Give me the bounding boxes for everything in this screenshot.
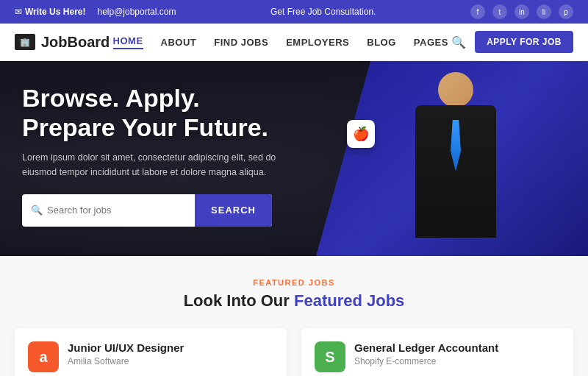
instagram-icon[interactable]: in (514, 4, 529, 19)
hero-content: Browse. Apply. Prepare Your Future. Lore… (22, 83, 279, 227)
featured-label: FEATURED JOBS (15, 278, 573, 287)
nav-employers[interactable]: EMPLOYERS (286, 37, 349, 48)
top-bar: ✉ Write Us Here! help@jobportal.com Get … (0, 0, 588, 24)
nav-right: 🔍 APPLY FOR JOB (451, 31, 573, 53)
featured-section: FEATURED JOBS Look Into Our Featured Job… (0, 256, 588, 376)
pinterest-icon[interactable]: p (559, 4, 573, 19)
navbar: 🏢 JobBoard HOME ABOUT FIND JOBS EMPLOYER… (0, 24, 588, 61)
float-apple-icon: 🍎 (347, 120, 375, 148)
company-logo-1: a (28, 341, 59, 372)
hero-person (397, 68, 514, 256)
search-magnifier-icon: 🔍 (31, 205, 43, 216)
company-name-2: Shopify E-commerce (354, 356, 560, 366)
person-body (415, 105, 496, 238)
logo[interactable]: 🏢 JobBoard (15, 34, 110, 51)
nav-pages[interactable]: PAGES (414, 37, 448, 48)
email-label: help@jobportal.com (97, 7, 176, 17)
job-card-1: a Junior UI/UX Designer Amilia Software … (15, 328, 287, 376)
nav-about[interactable]: ABOUT (161, 37, 197, 48)
hero-section: 🍎 💼 ⚙️ Browse. Apply. Prepare Your Futur… (0, 61, 588, 256)
nav-home[interactable]: HOME (113, 35, 143, 49)
top-bar-socials: f t in li p (470, 4, 573, 19)
write-us-label: ✉ Write Us Here! (15, 7, 85, 17)
job-card-header-2: S General Ledger Accountant Shopify E-co… (315, 341, 560, 372)
company-logo-2: S (315, 341, 345, 372)
nav-search-button[interactable]: 🔍 (451, 35, 466, 49)
apply-job-button[interactable]: APPLY FOR JOB (475, 31, 573, 53)
search-input[interactable] (47, 205, 186, 216)
job-title-2: General Ledger Accountant (354, 341, 560, 354)
person-head (438, 72, 473, 107)
linkedin-icon[interactable]: li (537, 4, 551, 19)
search-input-wrapper: 🔍 (22, 194, 195, 227)
featured-title: Look Into Our Featured Jobs (15, 291, 573, 311)
logo-text: JobBoard (41, 34, 110, 51)
nav-find-jobs[interactable]: FIND JOBS (214, 37, 268, 48)
hero-description: Lorem ipsum dolor sit amet, consectetur … (22, 151, 279, 180)
featured-header: FEATURED JOBS Look Into Our Featured Job… (15, 278, 573, 311)
twitter-icon[interactable]: t (492, 4, 507, 19)
search-button[interactable]: SEARCH (195, 194, 272, 227)
nav-links: HOME ABOUT FIND JOBS EMPLOYERS BLOG PAGE… (113, 35, 448, 49)
person-tie (451, 120, 461, 171)
job-card-2: S General Ledger Accountant Shopify E-co… (301, 328, 573, 376)
facebook-icon[interactable]: f (470, 4, 485, 19)
job-card-header-1: a Junior UI/UX Designer Amilia Software (28, 341, 273, 372)
job-info-2: General Ledger Accountant Shopify E-comm… (354, 341, 560, 366)
nav-blog[interactable]: BLOG (367, 37, 396, 48)
top-bar-promo: Get Free Job Consultation. (176, 7, 470, 17)
job-cards-grid: a Junior UI/UX Designer Amilia Software … (15, 328, 573, 376)
top-bar-contact: ✉ Write Us Here! help@jobportal.com (15, 7, 176, 17)
hero-title: Browse. Apply. Prepare Your Future. (22, 83, 279, 142)
logo-icon: 🏢 (15, 34, 35, 50)
hero-search-bar: 🔍 SEARCH (22, 194, 272, 227)
job-info-1: Junior UI/UX Designer Amilia Software (68, 341, 273, 366)
company-name-1: Amilia Software (68, 356, 273, 366)
job-title-1: Junior UI/UX Designer (68, 341, 273, 354)
